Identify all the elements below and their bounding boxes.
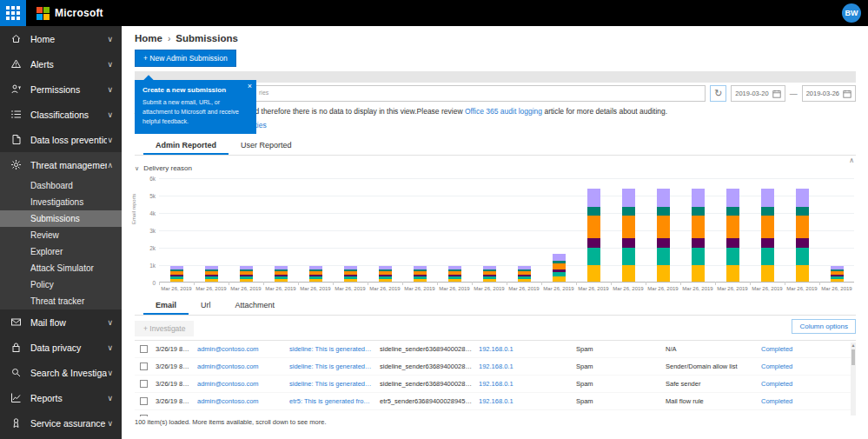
chart-bar-segment-teal: [726, 248, 739, 265]
sidebar-subitem-review[interactable]: Review: [0, 227, 122, 243]
table-row[interactable]: 3/26/19 8:00 PMadmin@contoso.cometr5: Th…: [135, 393, 856, 410]
chart-bar[interactable]: [518, 266, 531, 282]
chart-bar[interactable]: [275, 266, 288, 282]
close-icon[interactable]: ×: [248, 82, 252, 90]
breadcrumb-separator-icon: ›: [168, 34, 170, 43]
chart-bar-segment-teal: [622, 248, 635, 265]
tab-email[interactable]: Email: [143, 296, 189, 315]
row-checkbox[interactable]: [140, 380, 148, 388]
sidebar-item-classifications[interactable]: Classifications∨: [0, 102, 122, 127]
sidebar-subitem-attack-simulator[interactable]: Attack Simulator: [0, 260, 122, 276]
sidebar-item-data-loss-prevention[interactable]: Data loss prevention∨: [0, 127, 122, 152]
cell-status[interactable]: Completed: [761, 397, 856, 405]
refresh-button[interactable]: ↻: [710, 85, 726, 102]
chart-bar[interactable]: [414, 266, 427, 282]
cell-sender-ip[interactable]: 192.168.0.1: [479, 380, 576, 388]
chart-x-tick: [368, 282, 368, 285]
new-admin-submission-button[interactable]: + New Admin Submission: [135, 50, 236, 67]
tab-attachment[interactable]: Attachment: [223, 296, 288, 315]
cell-subject[interactable]: sideline: This is generated from bgd 636…: [289, 363, 380, 370]
sidebar-subitem-dashboard[interactable]: Dashboard: [0, 177, 122, 194]
chart-gridline: [159, 230, 854, 231]
cell-sender-ip[interactable]: 192.168.0.1: [479, 397, 576, 405]
sidebar-subitem-investigations[interactable]: Investigations: [0, 194, 122, 210]
chart-bar[interactable]: [379, 266, 392, 282]
sidebar-subitem-threat-tracker[interactable]: Threat tracker: [0, 293, 122, 309]
cell-sender-email[interactable]: admin@contoso.com: [197, 397, 289, 405]
cell-status[interactable]: Completed: [761, 363, 856, 370]
cell-sender-ip[interactable]: 192.168.0.1: [479, 415, 576, 416]
cell-sender-email[interactable]: admin@contoso.com: [197, 415, 289, 416]
cell-status[interactable]: Completed: [761, 415, 856, 416]
cell-subject[interactable]: sideline: This is generated from bgd 636…: [289, 380, 380, 388]
cell-subject[interactable]: sideline: This is generated from bgd 636…: [289, 345, 380, 353]
sidebar-item-threat-management[interactable]: Threat management∧: [0, 152, 122, 177]
row-checkbox[interactable]: [140, 415, 148, 416]
chevron-down-icon: ∨: [107, 136, 113, 144]
calendar-icon: [772, 90, 781, 98]
chart-bar[interactable]: [205, 266, 218, 282]
user-avatar[interactable]: BW: [842, 3, 861, 23]
table-row[interactable]: 3/26/19 8:00 PMadmin@contoso.comsideline…: [135, 341, 856, 358]
breadcrumb-home[interactable]: Home: [135, 33, 162, 43]
row-checkbox[interactable]: [140, 345, 148, 353]
chevron-down-icon: ∨: [107, 60, 113, 69]
chart-bar[interactable]: [553, 254, 566, 282]
cell-sender-email[interactable]: admin@contoso.com: [197, 380, 289, 388]
chart-bar[interactable]: [344, 266, 357, 282]
cell-sender-email[interactable]: admin@contoso.com: [197, 345, 289, 353]
chart-bar[interactable]: [587, 189, 600, 282]
delivery-reason-toggle[interactable]: ∨ Delivery reason: [135, 164, 856, 172]
table-row[interactable]: 3/26/19 8:00 PMadmin@contoso.cometr5: Th…: [135, 410, 856, 416]
sidebar-item-mail-flow[interactable]: Mail flow∨: [0, 309, 122, 335]
column-options-button[interactable]: Column options: [792, 319, 856, 334]
chart-bar[interactable]: [483, 266, 496, 282]
sidebar-item-home[interactable]: Home∨: [0, 26, 122, 51]
sidebar-subitem-explorer[interactable]: Explorer: [0, 243, 122, 260]
permissions-icon: [10, 83, 22, 95]
cell-sender-email[interactable]: admin@contoso.com: [197, 363, 289, 370]
sidebar-item-data-privacy[interactable]: Data privacy∨: [0, 335, 122, 360]
scrollbar-thumb[interactable]: [851, 349, 855, 365]
chart-bar[interactable]: [170, 266, 183, 282]
cell-sender-ip[interactable]: 192.168.0.1: [479, 363, 576, 370]
chart-bar[interactable]: [622, 189, 635, 282]
date-to-picker[interactable]: 2019-03-26: [802, 85, 856, 102]
sidebar-item-search-investigation[interactable]: Search & Investigation∨: [0, 360, 122, 385]
app-launcher-button[interactable]: [0, 0, 26, 26]
chart-bar[interactable]: [831, 266, 844, 282]
audit-logging-link[interactable]: Office 365 audit logging: [465, 107, 542, 116]
chart-bar[interactable]: [726, 189, 739, 282]
cell-subject[interactable]: etr5: This is generated from bgd 6368940…: [289, 415, 380, 416]
row-checkbox[interactable]: [140, 363, 148, 370]
sidebar-item-alerts[interactable]: Alerts∨: [0, 51, 122, 76]
chart-bar[interactable]: [657, 189, 670, 282]
cell-sender-ip[interactable]: 192.168.0.1: [479, 345, 576, 353]
chart-bar[interactable]: [692, 189, 705, 282]
collapse-section-icon[interactable]: ∧: [849, 156, 854, 164]
sidebar-subitem-policy[interactable]: Policy: [0, 276, 122, 293]
investigate-button[interactable]: + Investigate: [135, 321, 194, 336]
sidebar-subitem-submissions[interactable]: Submissions: [0, 210, 122, 227]
table-row[interactable]: 3/26/19 8:00 PMadmin@contoso.comsideline…: [135, 358, 856, 376]
chart-bar[interactable]: [448, 266, 461, 282]
chart-bar[interactable]: [240, 266, 253, 282]
table-scrollbar[interactable]: ▲: [851, 343, 856, 416]
chart-bar-segment-plum: [587, 238, 600, 248]
sidebar-item-reports[interactable]: Reports∨: [0, 385, 122, 410]
cell-subject[interactable]: etr5: This is generated from bgd 6368940…: [289, 397, 380, 405]
date-from-picker[interactable]: 2019-03-20: [731, 85, 785, 102]
sidebar-item-permissions[interactable]: Permissions∨: [0, 76, 122, 102]
tab-url[interactable]: Url: [189, 296, 223, 315]
chart-bar[interactable]: [796, 189, 809, 282]
chart-bar[interactable]: [309, 266, 322, 282]
chart-bar-segment-dark-green: [761, 207, 774, 216]
tab-admin-reported[interactable]: Admin Reported: [143, 136, 229, 155]
tab-user-reported[interactable]: User Reported: [229, 136, 304, 155]
table-row[interactable]: 3/26/19 8:00 PMadmin@contoso.comsideline…: [135, 376, 856, 393]
cell-status[interactable]: Completed: [761, 380, 856, 388]
row-checkbox[interactable]: [140, 397, 148, 405]
cell-status[interactable]: Completed: [761, 345, 856, 353]
sidebar-item-service-assurance[interactable]: Service assurance∨: [0, 410, 122, 436]
chart-bar[interactable]: [761, 189, 774, 282]
